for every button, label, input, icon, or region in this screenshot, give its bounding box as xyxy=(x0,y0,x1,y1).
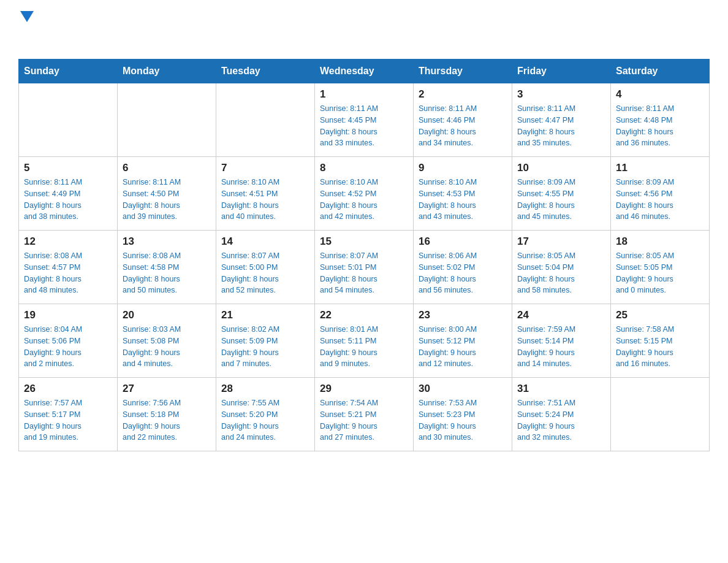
day-number: 13 xyxy=(123,236,211,248)
calendar-cell: 2Sunrise: 8:11 AMSunset: 4:46 PMDaylight… xyxy=(414,83,512,157)
calendar-cell: 19Sunrise: 8:04 AMSunset: 5:06 PMDayligh… xyxy=(19,304,118,378)
calendar-cell: 5Sunrise: 8:11 AMSunset: 4:49 PMDaylight… xyxy=(19,157,118,231)
day-number: 14 xyxy=(221,236,309,248)
day-number: 9 xyxy=(419,162,507,174)
day-info: Sunrise: 8:11 AMSunset: 4:49 PMDaylight:… xyxy=(24,177,112,223)
day-number: 1 xyxy=(320,88,408,101)
day-info: Sunrise: 7:53 AMSunset: 5:23 PMDaylight:… xyxy=(419,397,507,443)
day-info: Sunrise: 7:56 AMSunset: 5:18 PMDaylight:… xyxy=(123,397,211,443)
calendar-cell: 9Sunrise: 8:10 AMSunset: 4:53 PMDaylight… xyxy=(414,157,512,231)
day-info: Sunrise: 8:04 AMSunset: 5:06 PMDaylight:… xyxy=(24,324,112,370)
calendar-header: SundayMondayTuesdayWednesdayThursdayFrid… xyxy=(19,59,710,83)
day-info: Sunrise: 8:08 AMSunset: 4:57 PMDaylight:… xyxy=(24,250,112,296)
calendar-cell: 6Sunrise: 8:11 AMSunset: 4:50 PMDaylight… xyxy=(118,157,216,231)
calendar-table: SundayMondayTuesdayWednesdayThursdayFrid… xyxy=(18,59,710,451)
day-number: 21 xyxy=(221,309,309,321)
day-info: Sunrise: 7:54 AMSunset: 5:21 PMDaylight:… xyxy=(320,397,408,443)
day-number: 23 xyxy=(419,309,507,321)
day-info: Sunrise: 8:08 AMSunset: 4:58 PMDaylight:… xyxy=(123,250,211,296)
day-number: 19 xyxy=(24,309,112,321)
day-info: Sunrise: 7:59 AMSunset: 5:14 PMDaylight:… xyxy=(517,324,605,370)
calendar-cell xyxy=(118,83,216,157)
day-number: 30 xyxy=(419,383,507,395)
day-info: Sunrise: 8:11 AMSunset: 4:45 PMDaylight:… xyxy=(320,103,408,149)
day-header-monday: Monday xyxy=(118,59,216,83)
calendar-body: 1Sunrise: 8:11 AMSunset: 4:45 PMDaylight… xyxy=(19,83,710,451)
calendar-cell xyxy=(611,378,710,451)
calendar-cell: 14Sunrise: 8:07 AMSunset: 5:00 PMDayligh… xyxy=(216,231,315,304)
calendar-cell: 11Sunrise: 8:09 AMSunset: 4:56 PMDayligh… xyxy=(611,157,710,231)
calendar-week-5: 26Sunrise: 7:57 AMSunset: 5:17 PMDayligh… xyxy=(19,378,710,451)
day-info: Sunrise: 8:05 AMSunset: 5:05 PMDaylight:… xyxy=(616,250,704,296)
day-info: Sunrise: 8:11 AMSunset: 4:50 PMDaylight:… xyxy=(123,177,211,223)
day-info: Sunrise: 8:02 AMSunset: 5:09 PMDaylight:… xyxy=(221,324,309,370)
days-of-week-row: SundayMondayTuesdayWednesdayThursdayFrid… xyxy=(19,59,710,83)
day-number: 25 xyxy=(616,309,704,321)
calendar-cell: 26Sunrise: 7:57 AMSunset: 5:17 PMDayligh… xyxy=(19,378,118,451)
calendar-cell: 13Sunrise: 8:08 AMSunset: 4:58 PMDayligh… xyxy=(118,231,216,304)
day-number: 31 xyxy=(517,383,605,395)
calendar-cell: 29Sunrise: 7:54 AMSunset: 5:21 PMDayligh… xyxy=(315,378,414,451)
calendar-cell: 4Sunrise: 8:11 AMSunset: 4:48 PMDaylight… xyxy=(611,83,710,157)
day-info: Sunrise: 7:51 AMSunset: 5:24 PMDaylight:… xyxy=(517,397,605,443)
day-info: Sunrise: 8:06 AMSunset: 5:02 PMDaylight:… xyxy=(419,250,507,296)
calendar-cell: 23Sunrise: 8:00 AMSunset: 5:12 PMDayligh… xyxy=(414,304,512,378)
day-info: Sunrise: 8:11 AMSunset: 4:48 PMDaylight:… xyxy=(616,103,704,149)
calendar-cell: 17Sunrise: 8:05 AMSunset: 5:04 PMDayligh… xyxy=(512,231,611,304)
day-number: 20 xyxy=(123,309,211,321)
day-info: Sunrise: 7:58 AMSunset: 5:15 PMDaylight:… xyxy=(616,324,704,370)
calendar-cell xyxy=(19,83,118,157)
calendar-cell: 30Sunrise: 7:53 AMSunset: 5:23 PMDayligh… xyxy=(414,378,512,451)
calendar-cell xyxy=(216,83,315,157)
calendar-cell: 24Sunrise: 7:59 AMSunset: 5:14 PMDayligh… xyxy=(512,304,611,378)
day-header-sunday: Sunday xyxy=(19,59,118,83)
day-number: 22 xyxy=(320,309,408,321)
calendar-cell: 3Sunrise: 8:11 AMSunset: 4:47 PMDaylight… xyxy=(512,83,611,157)
calendar-cell: 16Sunrise: 8:06 AMSunset: 5:02 PMDayligh… xyxy=(414,231,512,304)
day-info: Sunrise: 8:11 AMSunset: 4:46 PMDaylight:… xyxy=(419,103,507,149)
day-header-saturday: Saturday xyxy=(611,59,710,83)
day-number: 26 xyxy=(24,383,112,395)
day-header-thursday: Thursday xyxy=(414,59,512,83)
day-number: 3 xyxy=(517,88,605,101)
day-number: 2 xyxy=(419,88,507,101)
calendar-cell: 22Sunrise: 8:01 AMSunset: 5:11 PMDayligh… xyxy=(315,304,414,378)
day-number: 27 xyxy=(123,383,211,395)
calendar-week-1: 1Sunrise: 8:11 AMSunset: 4:45 PMDaylight… xyxy=(19,83,710,157)
day-number: 10 xyxy=(517,162,605,174)
day-number: 5 xyxy=(24,162,112,174)
day-header-friday: Friday xyxy=(512,59,611,83)
day-info: Sunrise: 8:10 AMSunset: 4:52 PMDaylight:… xyxy=(320,177,408,223)
day-number: 17 xyxy=(517,236,605,248)
day-info: Sunrise: 8:10 AMSunset: 4:53 PMDaylight:… xyxy=(419,177,507,223)
day-header-tuesday: Tuesday xyxy=(216,59,315,83)
day-info: Sunrise: 8:07 AMSunset: 5:01 PMDaylight:… xyxy=(320,250,408,296)
calendar-cell: 8Sunrise: 8:10 AMSunset: 4:52 PMDaylight… xyxy=(315,157,414,231)
day-info: Sunrise: 8:03 AMSunset: 5:08 PMDaylight:… xyxy=(123,324,211,370)
calendar-week-3: 12Sunrise: 8:08 AMSunset: 4:57 PMDayligh… xyxy=(19,231,710,304)
day-number: 29 xyxy=(320,383,408,395)
day-info: Sunrise: 8:01 AMSunset: 5:11 PMDaylight:… xyxy=(320,324,408,370)
calendar-cell: 21Sunrise: 8:02 AMSunset: 5:09 PMDayligh… xyxy=(216,304,315,378)
calendar-cell: 31Sunrise: 7:51 AMSunset: 5:24 PMDayligh… xyxy=(512,378,611,451)
day-number: 24 xyxy=(517,309,605,321)
calendar-cell: 7Sunrise: 8:10 AMSunset: 4:51 PMDaylight… xyxy=(216,157,315,231)
day-info: Sunrise: 8:05 AMSunset: 5:04 PMDaylight:… xyxy=(517,250,605,296)
day-number: 16 xyxy=(419,236,507,248)
day-info: Sunrise: 8:09 AMSunset: 4:56 PMDaylight:… xyxy=(616,177,704,223)
calendar-cell: 10Sunrise: 8:09 AMSunset: 4:55 PMDayligh… xyxy=(512,157,611,231)
day-info: Sunrise: 8:09 AMSunset: 4:55 PMDaylight:… xyxy=(517,177,605,223)
calendar-cell: 28Sunrise: 7:55 AMSunset: 5:20 PMDayligh… xyxy=(216,378,315,451)
day-info: Sunrise: 8:11 AMSunset: 4:47 PMDaylight:… xyxy=(517,103,605,149)
page-header xyxy=(18,12,710,47)
calendar-week-4: 19Sunrise: 8:04 AMSunset: 5:06 PMDayligh… xyxy=(19,304,710,378)
day-number: 15 xyxy=(320,236,408,248)
calendar-cell: 27Sunrise: 7:56 AMSunset: 5:18 PMDayligh… xyxy=(118,378,216,451)
day-header-wednesday: Wednesday xyxy=(315,59,414,83)
svg-marker-0 xyxy=(20,11,34,22)
day-number: 18 xyxy=(616,236,704,248)
day-number: 11 xyxy=(616,162,704,174)
calendar-cell: 25Sunrise: 7:58 AMSunset: 5:15 PMDayligh… xyxy=(611,304,710,378)
calendar-cell: 1Sunrise: 8:11 AMSunset: 4:45 PMDaylight… xyxy=(315,83,414,157)
calendar-cell: 15Sunrise: 8:07 AMSunset: 5:01 PMDayligh… xyxy=(315,231,414,304)
